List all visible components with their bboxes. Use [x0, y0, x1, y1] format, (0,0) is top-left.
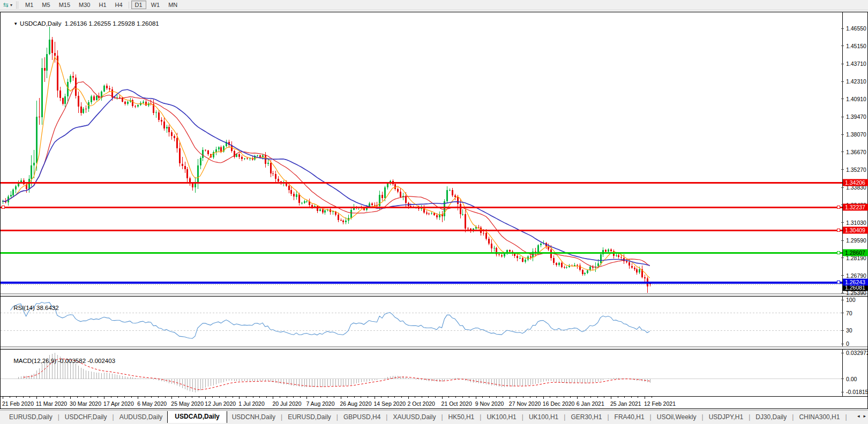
date-tick [239, 397, 240, 399]
date-tick [462, 397, 463, 398]
tab-uk100-h1[interactable]: UK100,H1 [524, 412, 563, 422]
date-tick [510, 397, 510, 399]
tab-gbpusd-h4[interactable]: GBPUSD,H4 [339, 412, 385, 422]
tab-audusd-daily[interactable]: AUDUSD,Daily [115, 412, 168, 422]
line-handle[interactable] [837, 229, 840, 232]
tab-usdcad-daily[interactable]: USDCAD,Daily [167, 411, 227, 423]
tab-divider: | [58, 413, 59, 421]
date-tick [482, 397, 483, 398]
line-handle[interactable] [837, 281, 840, 284]
rsi-canvas[interactable] [1, 297, 842, 346]
date-tick [550, 397, 550, 398]
tab-scroll-left-icon[interactable]: ◂ [857, 413, 860, 419]
date-tick [489, 397, 490, 398]
date-tick [476, 397, 476, 399]
line-handle[interactable] [837, 206, 840, 209]
tab-ger30-h1[interactable]: GER30,H1 [566, 412, 607, 422]
rsi-tick-label: 70 [846, 310, 852, 316]
rsi-tick-label: 100 [846, 297, 856, 303]
tab-eurusd-daily[interactable]: EURUSD,Daily [4, 412, 57, 422]
chevron-down-icon[interactable]: ▾ [10, 3, 12, 7]
macd-tick-dash [841, 353, 844, 353]
price-tick-label: 1.42310 [846, 78, 866, 85]
tab-divider: | [845, 413, 847, 421]
date-tick [111, 397, 111, 398]
price-chart-canvas[interactable] [1, 12, 842, 293]
date-tick [496, 397, 497, 398]
timeframe-m5[interactable]: M5 [38, 1, 54, 9]
timeframe-w1[interactable]: W1 [147, 1, 164, 9]
date-tick [77, 397, 78, 398]
tab-divider: | [702, 413, 704, 421]
date-tick [171, 397, 172, 399]
tab-uk100-h1[interactable]: UK100,H1 [482, 412, 521, 422]
date-tick [394, 397, 395, 398]
timeframe-m30[interactable]: M30 [75, 1, 94, 9]
tab-eurusd-daily[interactable]: EURUSD,Daily [283, 412, 336, 422]
date-axis[interactable]: 21 Feb 202011 Mar 202030 Mar 202017 Apr … [1, 396, 867, 408]
date-tick [246, 397, 246, 398]
tab-scroll-right-icon[interactable]: ▸ [863, 413, 866, 419]
date-label: 26 Aug 2020 [340, 400, 372, 407]
price-tick-dash [841, 187, 844, 188]
date-tick [422, 397, 422, 398]
macd-tick-dash [841, 378, 844, 379]
date-tick [192, 397, 192, 398]
rsi-pane: RSI(14) 38.6432 10070300 [1, 297, 867, 346]
tab-divider: | [441, 413, 443, 421]
price-tick-label: 1.38070 [846, 131, 866, 138]
date-tick [185, 397, 186, 398]
line-handle[interactable] [837, 251, 840, 254]
date-tick [266, 397, 267, 398]
price-tick-dash [841, 258, 844, 258]
toolbar-separator [129, 2, 129, 9]
tab-usdjpy-h1[interactable]: USDJPY,H1 [704, 412, 748, 422]
tab-usoil-weekly[interactable]: USOil,Weekly [652, 412, 701, 422]
date-tick [70, 397, 71, 399]
date-tick [455, 397, 456, 398]
macd-pane: MACD(12,26,9) -0.003582 -0.002403 0.0329… [1, 350, 867, 396]
collapse-chart-icon[interactable]: ▼ [13, 21, 18, 26]
price-tick-dash [841, 152, 844, 152]
tab-dj30-daily[interactable]: DJ30,Daily [751, 412, 791, 422]
tab-xauusd-daily[interactable]: XAUUSD,Daily [388, 412, 440, 422]
date-tick [408, 397, 409, 399]
date-tick [10, 397, 10, 398]
price-tick-label: 1.40910 [846, 96, 866, 102]
timeframe-h4[interactable]: H4 [111, 1, 126, 9]
date-tick [23, 397, 24, 398]
tab-usdchf-daily[interactable]: USDCHF,Daily [60, 412, 112, 422]
chart-shift-icon[interactable]: ⇆ [2, 1, 9, 10]
tab-fra40-h1[interactable]: FRA40,H1 [610, 412, 649, 422]
date-tick [401, 397, 402, 398]
timeframe-d1[interactable]: D1 [131, 1, 146, 9]
date-tick [645, 397, 645, 399]
tab-divider: | [281, 413, 282, 421]
macd-tick-label: 0.032972 [846, 350, 868, 356]
timeframe-m1[interactable]: M1 [21, 1, 37, 9]
toolbar-grip[interactable] [16, 2, 18, 9]
timeframe-m15[interactable]: M15 [55, 1, 74, 9]
date-tick [145, 397, 145, 398]
price-tick-dash [841, 169, 844, 170]
tab-china300-h1[interactable]: CHINA300,H1 [794, 412, 844, 422]
date-tick [131, 397, 132, 398]
macd-values: -0.003582 -0.002403 [58, 358, 115, 364]
date-tick [50, 397, 50, 398]
tab-usdcnh-daily[interactable]: USDCNH,Daily [227, 412, 280, 422]
date-tick [557, 397, 557, 398]
macd-canvas[interactable] [1, 350, 842, 396]
timeframe-h1[interactable]: H1 [95, 1, 110, 9]
date-tick [124, 397, 125, 398]
date-tick [516, 397, 517, 398]
date-tick [584, 397, 585, 398]
date-tick [570, 397, 571, 398]
tab-u[interactable]: U [848, 412, 851, 422]
line-handle[interactable] [2, 206, 5, 209]
tab-divider: | [336, 413, 338, 421]
timeframe-mn[interactable]: MN [164, 1, 181, 9]
hline-price-tag: 1.32237 [843, 204, 868, 211]
date-tick [536, 397, 537, 398]
tab-hk50-h1[interactable]: HK50,H1 [444, 412, 480, 422]
date-tick [199, 397, 199, 398]
